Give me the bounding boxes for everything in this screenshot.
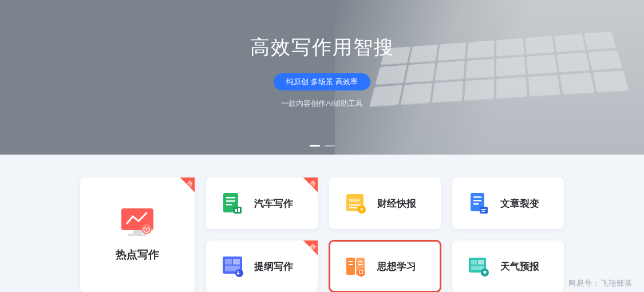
hero-tag-pill: 纯原创 多场景 高效率 (274, 73, 370, 90)
svg-point-35 (357, 269, 365, 277)
grid-blue-icon (221, 255, 244, 278)
svg-rect-15 (349, 207, 357, 208)
feature-card-label: 热点写作 (116, 247, 159, 262)
feature-card-label: 天气预报 (500, 260, 539, 273)
svg-rect-19 (473, 200, 481, 202)
svg-rect-22 (481, 209, 486, 210)
svg-rect-6 (226, 197, 235, 199)
hero-title: 高效写作用智搜 (250, 34, 394, 61)
feature-card-auto-writing[interactable]: 热 汽车写作 (206, 177, 318, 229)
svg-rect-29 (346, 258, 355, 275)
feature-card-label: 思想学习 (377, 260, 416, 273)
svg-rect-42 (484, 273, 485, 274)
weather-teal-icon (467, 255, 490, 278)
svg-rect-34 (358, 264, 362, 265)
doc-green-icon (221, 192, 244, 215)
hero-subtitle: 一款内容创作AI辅助工具 (281, 98, 362, 109)
doc-blue-icon (467, 192, 490, 215)
feature-card-label: 文章裂变 (500, 197, 539, 210)
feature-card-label: 提纲写作 (254, 260, 293, 273)
svg-rect-31 (349, 261, 353, 262)
feature-card-hot-writing[interactable]: 热 热点写作 (80, 177, 195, 292)
svg-rect-11 (238, 208, 240, 212)
carousel-dots[interactable] (310, 145, 335, 147)
svg-rect-8 (226, 204, 232, 206)
news-yellow-icon: NEW (344, 192, 367, 215)
svg-rect-1 (133, 230, 142, 234)
hot-ribbon: 热 (297, 177, 318, 198)
svg-point-4 (146, 228, 148, 230)
svg-rect-32 (349, 264, 353, 265)
hot-ribbon: 热 (174, 177, 195, 198)
watermark-text: 网易号：飞翔部落 (568, 278, 633, 289)
feature-card-label: 财经快报 (377, 197, 416, 210)
svg-rect-20 (473, 203, 479, 205)
feature-grid: 热 热点写作 热 汽车写作 (0, 155, 644, 292)
svg-text:NEW: NEW (349, 198, 360, 203)
svg-rect-14 (349, 204, 361, 206)
svg-rect-21 (480, 207, 488, 214)
feature-card-outline-writing[interactable]: 新 提纲写作 (206, 240, 318, 292)
small-card-grid: 热 汽车写作 NEW 财经快报 (206, 177, 564, 292)
keyboard-illustration (359, 31, 641, 143)
svg-rect-2 (128, 234, 147, 236)
chart-monitor-icon (120, 207, 155, 237)
carousel-dot[interactable] (325, 145, 335, 147)
feature-card-thought-study[interactable]: 思想学习 (329, 240, 441, 292)
svg-rect-23 (481, 211, 485, 212)
carousel-dot[interactable] (310, 145, 320, 147)
svg-rect-25 (225, 259, 232, 265)
svg-rect-7 (226, 200, 235, 202)
svg-rect-40 (471, 266, 484, 270)
hero-bg-image (335, 0, 644, 155)
svg-rect-39 (478, 260, 484, 265)
svg-rect-9 (234, 207, 242, 214)
book-orange-icon (344, 255, 367, 278)
feature-card-label: 汽车写作 (254, 197, 293, 210)
feature-card-article-split[interactable]: 文章裂变 (452, 177, 564, 229)
svg-rect-38 (471, 260, 477, 265)
svg-rect-26 (233, 259, 240, 265)
hero-banner: 高效写作用智搜 纯原创 多场景 高效率 一款内容创作AI辅助工具 (0, 0, 644, 155)
svg-rect-10 (235, 209, 237, 212)
new-ribbon: 新 (297, 240, 318, 261)
feature-card-finance-news[interactable]: NEW 财经快报 (329, 177, 441, 229)
feature-card-weather[interactable]: 天气预报 (452, 240, 564, 292)
svg-rect-18 (473, 196, 481, 198)
svg-rect-33 (358, 261, 362, 262)
